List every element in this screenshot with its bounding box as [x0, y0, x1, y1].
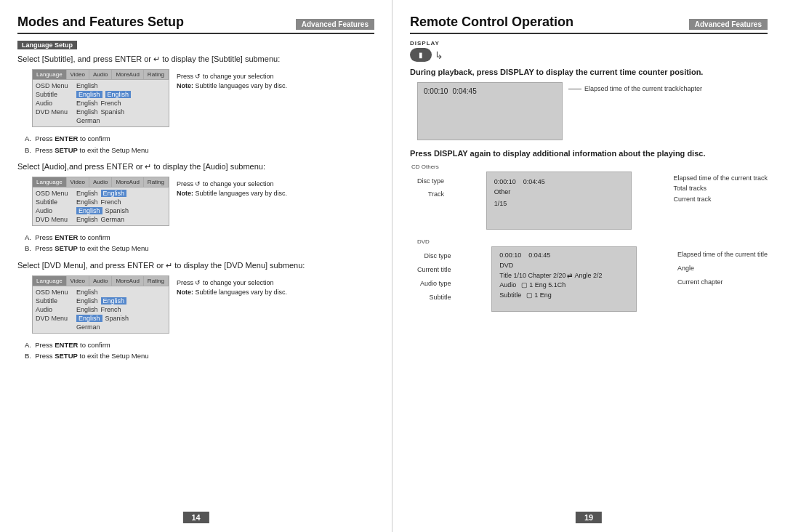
menu3-tabs: Language Video Audio MoreAud Rating	[33, 276, 169, 286]
intro1-text: Select [Subtitle], and press ENTER or ↵ …	[17, 54, 374, 65]
dvd-right-labels: Elapsed time of the current title Angle …	[677, 246, 768, 289]
dvd-type-row: DVD	[499, 261, 629, 271]
display-label: DISPLAY	[410, 40, 768, 47]
right-title: Remote Control Operation	[410, 15, 573, 30]
bold-text-2: Press DISPLAY again to display additiona…	[410, 149, 768, 158]
dvd-display-box: 0:00:10 0:04:45 DVD Title 1/10 Chapter 2…	[491, 246, 637, 312]
menu2-row-subtitle: Subtitle English French	[33, 198, 169, 206]
left-title: Modes and Features Setup	[17, 15, 184, 30]
display-box1: 0:00:10 0:04:45	[417, 82, 563, 143]
page-number-left: 14	[182, 512, 209, 523]
display-box1-notes: Elapsed time of the current track/chapte…	[568, 82, 702, 92]
press-list-2: A. Press ENTER to confirm B. Press SETUP…	[25, 232, 374, 254]
menu3-tab-video: Video	[67, 276, 89, 286]
menu3-note: Press ↺ to change your selection Note: S…	[177, 278, 287, 297]
cd-right-labels: Elapsed time of the current track Total …	[673, 172, 768, 204]
menu2-row-osd: OSD Menu English English	[33, 189, 169, 198]
left-page: Modes and Features Setup Advanced Featur…	[0, 0, 392, 532]
display-screen1: 0:00:10 0:04:45	[417, 82, 563, 140]
dvd-title-row: Title 1/10 Chapter 2/20 ⇄ Angle 2/2	[499, 271, 629, 281]
menu3-row-german: German	[33, 323, 169, 331]
cd-time-row: 0:00:10 0:04:45	[494, 178, 624, 185]
display-button-icon: ▮	[410, 48, 432, 62]
menu3-tab-moread: MoreAud	[112, 276, 143, 286]
menu1-area: Language Video Audio MoreAud Rating OSD …	[32, 69, 374, 127]
menu3-rows: OSD Menu English Subtitle English Englis…	[33, 286, 169, 333]
tab-language: Language	[33, 70, 67, 79]
dvd-annotated: Disc type Current title Audio type Subti…	[417, 246, 768, 312]
tab-rating: Rating	[144, 70, 169, 79]
section-label: Language Setup	[17, 41, 77, 49]
menu3-row-dvdmenu: DVD Menu English Spanish	[33, 314, 169, 323]
left-badge: Advanced Features	[296, 19, 374, 30]
cd-left-labels: Disc type Track	[417, 172, 444, 201]
time1-val2: 0:04:45	[452, 87, 476, 95]
menu1-row-dvdmenu: DVD Menu English Spanish	[33, 108, 169, 116]
bold-text-1: During playback, press DISPLAY to displa…	[410, 68, 768, 76]
menu3-area: Language Video Audio MoreAud Rating OSD …	[32, 275, 374, 334]
menu1-row-subtitle: Subtitle English English	[33, 90, 169, 99]
page-number-right: 19	[576, 512, 602, 523]
tab-audio: Audio	[89, 70, 112, 79]
horiz-line1	[568, 89, 581, 89]
menu1-rows: OSD Menu English Subtitle English Englis…	[33, 80, 169, 126]
menu2-tab-video: Video	[67, 177, 89, 187]
cd-label: CD Others	[410, 164, 768, 170]
menu2-row-audio: Audio English Spanish	[33, 206, 169, 215]
dvd-section: DVD Disc type Current title Audio type S…	[410, 238, 768, 312]
menu3-tab-language: Language	[33, 276, 67, 286]
menu1-note: Press ↺ to change your selection Note: S…	[177, 72, 287, 90]
menu1-row-german: German	[33, 116, 169, 125]
left-header: Modes and Features Setup Advanced Featur…	[17, 15, 374, 34]
menu3-row-subtitle: Subtitle English English	[33, 297, 169, 305]
menu2-row-dvdmenu: DVD Menu English German	[33, 215, 169, 224]
dvd-label: DVD	[417, 238, 768, 245]
press-list-1: A. Press ENTER to confirm B. Press SETUP…	[25, 133, 374, 155]
menu1-row-osd: OSD Menu English	[33, 81, 169, 90]
right-page: Remote Control Operation Advanced Featur…	[392, 0, 785, 532]
display-icon-group: ▮ ↳	[410, 48, 768, 62]
tab-moread: MoreAud	[112, 70, 143, 79]
intro2-text: Select [Audio],and press ENTER or ↵ to d…	[17, 161, 374, 172]
dvd-subtitle-row: Subtitle ▢ 1 Eng	[499, 291, 629, 301]
menu2-tab-audio: Audio	[89, 177, 112, 187]
cd-type-row: Other	[494, 188, 624, 196]
intro3-text: Select [DVD Menu], and press ENTER or ↵ …	[17, 260, 374, 271]
menu2-tab-rating: Rating	[144, 177, 169, 187]
menu1-tabs: Language Video Audio MoreAud Rating	[33, 70, 169, 80]
menu3-row-osd: OSD Menu English	[33, 288, 169, 297]
menu2-table: Language Video Audio MoreAud Rating OSD …	[32, 177, 169, 226]
tab-video: Video	[67, 70, 89, 79]
menu3-row-audio: Audio English French	[33, 305, 169, 314]
display-arrow-icon: ↳	[435, 49, 443, 61]
right-badge: Advanced Features	[689, 19, 768, 30]
menu3-tab-rating: Rating	[144, 276, 169, 286]
menu3-tab-audio: Audio	[89, 276, 112, 286]
display-box1-area: 0:00:10 0:04:45 Elapsed time of the curr…	[417, 82, 768, 143]
menu2-rows: OSD Menu English English Subtitle Englis…	[33, 188, 169, 225]
dvd-left-labels: Disc type Current title Audio type Subti…	[417, 246, 451, 305]
menu2-area: Language Video Audio MoreAud Rating OSD …	[32, 177, 374, 226]
elapsed-note1: Elapsed time of the current track/chapte…	[568, 85, 702, 92]
menu1-row-audio: Audio English French	[33, 99, 169, 108]
menu1-table: Language Video Audio MoreAud Rating OSD …	[32, 69, 169, 127]
menu2-tab-moread: MoreAud	[112, 177, 143, 187]
press-list-3: A. Press ENTER to confirm B. Press SETUP…	[25, 339, 374, 361]
cd-track-row: 1/15	[494, 200, 624, 207]
time1-val1: 0:00:10	[424, 87, 448, 95]
dvd-time-row: 0:00:10 0:04:45	[499, 251, 629, 259]
dvd-audio-row: Audio ▢ 1 Eng 5.1Ch	[499, 281, 629, 291]
menu3-table: Language Video Audio MoreAud Rating OSD …	[32, 275, 169, 334]
menu2-note: Press ↺ to change your selection Note: S…	[177, 180, 287, 198]
menu2-tabs: Language Video Audio MoreAud Rating	[33, 177, 169, 188]
cd-display-box: 0:00:10 0:04:45 Other 1/15	[486, 172, 632, 230]
menu2-tab-language: Language	[33, 177, 67, 187]
right-header: Remote Control Operation Advanced Featur…	[410, 15, 768, 34]
cd-annotated: Disc type Track 0:00:10 0:04:45 Other 1/…	[417, 172, 768, 230]
cd-section: CD Others Disc type Track 0:00:10 0:04:4…	[410, 164, 768, 230]
